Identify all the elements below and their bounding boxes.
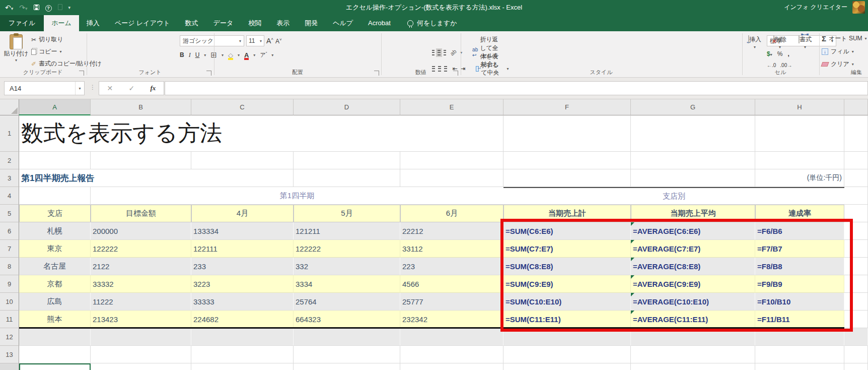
cell-H1[interactable] [755,115,844,152]
cell-H13[interactable] [755,346,844,363]
cell-I2[interactable] [844,152,868,169]
cell-B13[interactable] [91,346,191,363]
tab-校閲[interactable]: 校閲 [241,15,269,31]
cell-H2[interactable] [755,152,844,169]
row-header-6[interactable]: 6 [0,222,19,240]
cell-A7[interactable]: 東京 [19,240,91,258]
tab-開発[interactable]: 開発 [297,15,325,31]
cell-B5[interactable]: 目標金額 [91,205,191,222]
cell-C12[interactable] [191,328,294,346]
cell-B8[interactable]: 2122 [91,258,191,275]
paste-button[interactable]: 貼り付け ▾ [3,34,29,63]
cut-button[interactable]: ✂切り取り [31,35,63,44]
row-header-8[interactable]: 8 [0,258,19,275]
row-header-3[interactable]: 3 [0,169,19,187]
name-box-dropdown-icon[interactable]: ▾ [75,82,84,95]
cell-E9[interactable]: 4566 [400,275,503,293]
cell-A5[interactable]: 支店 [19,205,91,222]
cell-E2[interactable] [400,152,503,169]
insert-function-icon[interactable]: fx [151,84,156,92]
cell-B4[interactable]: 第1四半期 [91,187,503,205]
cell-D3[interactable] [294,169,400,187]
cell-F2[interactable] [503,152,631,169]
clear-button[interactable]: クリア▾ [822,60,854,69]
tab-ページ レイアウト[interactable]: ページ レイアウト [107,15,178,31]
cell-G14[interactable] [631,363,755,370]
account-area[interactable]: インフォ クリエイター [784,1,865,14]
cell-A11[interactable]: 熊本 [19,311,91,328]
cell-G1[interactable] [631,115,755,152]
cell-G13[interactable] [631,346,755,363]
cell-B14[interactable] [91,363,191,370]
tab-ホーム[interactable]: ホーム [44,15,79,31]
cell-E7[interactable]: 33112 [400,240,503,258]
row-header-5[interactable]: 5 [0,205,19,222]
row-header-7[interactable]: 7 [0,240,19,258]
cell-H14[interactable] [755,363,844,370]
cell-A4[interactable] [19,187,91,205]
tab-Acrobat[interactable]: Acrobat [360,15,398,31]
cell-I1[interactable] [844,115,868,152]
cell-C8[interactable]: 233 [191,258,294,275]
cell-E5[interactable]: 6月 [400,205,503,222]
column-header-H[interactable]: H [755,99,844,115]
cell-C9[interactable]: 3223 [191,275,294,293]
cell-F1[interactable] [503,115,631,152]
cell-I4[interactable] [844,187,868,205]
tab-数式[interactable]: 数式 [178,15,206,31]
fill-button[interactable]: ↓ フィル▾ [822,47,854,56]
cell-H3[interactable]: (単位:千円) [755,169,844,187]
delete-cells-button[interactable]: ✕ 削除▾ [769,35,791,49]
cell-C3[interactable] [191,169,294,187]
cell-C11[interactable]: 224682 [191,311,294,328]
cell-D2[interactable] [294,152,400,169]
autosum-button[interactable]: Σ オート SUM▾ [822,34,867,43]
paste-dropdown-icon[interactable]: ▾ [3,58,29,63]
cell-E1[interactable] [400,115,503,152]
tab-表示[interactable]: 表示 [269,15,297,31]
column-header-B[interactable]: B [91,99,191,115]
cell-A2[interactable] [19,152,91,169]
cell-B2[interactable] [91,152,191,169]
cell-B6[interactable]: 200000 [91,222,191,240]
avatar[interactable] [852,1,865,14]
tab-データ[interactable]: データ [206,15,241,31]
cell-D12[interactable] [294,328,400,346]
tab-挿入[interactable]: 挿入 [79,15,107,31]
column-header-F[interactable]: F [503,99,631,115]
formula-bar-handle[interactable]: ⋮ [90,84,96,91]
cell-C13[interactable] [191,346,294,363]
cell-F14[interactable] [503,363,631,370]
cell-D14[interactable] [294,363,400,370]
cell-D13[interactable] [294,346,400,363]
row-header-12[interactable]: 12 [0,328,19,346]
column-header-E[interactable]: E [400,99,503,115]
cell-G2[interactable] [631,152,755,169]
cell-C10[interactable]: 33333 [191,293,294,311]
cell-A3[interactable]: 第1四半期売上報告 [19,169,191,187]
cell-E12[interactable] [400,328,503,346]
cell-F3[interactable] [503,169,631,187]
cell-C5[interactable]: 4月 [191,205,294,222]
cell-C14[interactable] [191,363,294,370]
cell-A12[interactable] [19,328,91,346]
cell-A9[interactable]: 京都 [19,275,91,293]
row-header-9[interactable]: 9 [0,275,19,293]
select-all-corner[interactable] [0,99,19,115]
format-cells-button[interactable]: ⇤⇥ 書式▾ [794,35,816,49]
cell-B10[interactable]: 11222 [91,293,191,311]
cancel-icon[interactable]: ✕ [107,84,113,92]
cell-A6[interactable]: 札幌 [19,222,91,240]
row-header-13[interactable]: 13 [0,346,19,363]
column-header-A[interactable]: A [19,99,91,115]
cell-B11[interactable]: 213423 [91,311,191,328]
cell-D9[interactable]: 3334 [294,275,400,293]
cell-E3[interactable] [400,169,503,187]
cell-F4[interactable]: 支店別 [503,187,844,205]
cell-I13[interactable] [844,346,868,363]
cell-F13[interactable] [503,346,631,363]
italic-button[interactable]: I [189,51,191,59]
column-header-G[interactable]: G [631,99,755,115]
row-header-4[interactable]: 4 [0,187,19,205]
cell-D7[interactable]: 122222 [294,240,400,258]
